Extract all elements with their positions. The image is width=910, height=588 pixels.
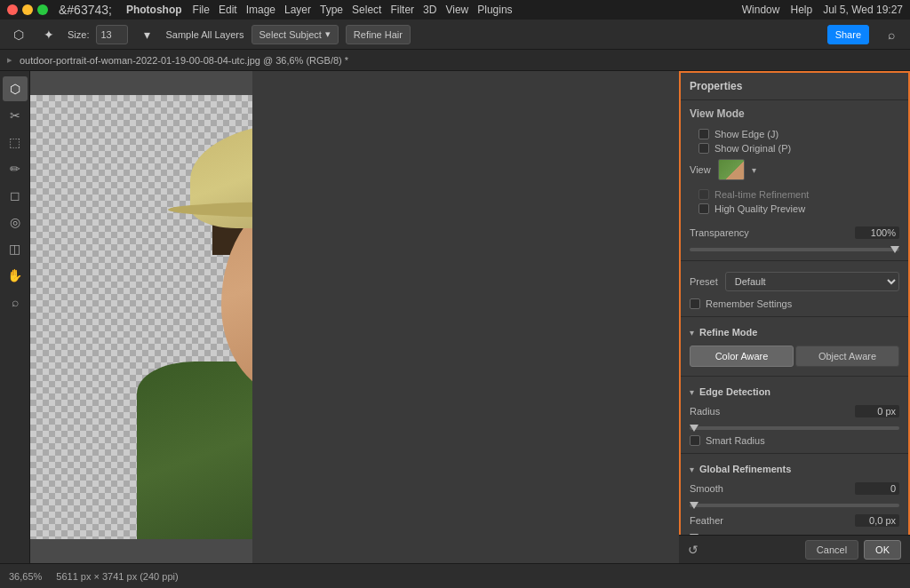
smooth-value: 0 <box>855 482 899 495</box>
refine-hair-button[interactable]: Refine Hair <box>346 25 411 44</box>
status-bar: 36,65% 5611 px × 3741 px (240 ppi) <box>0 563 910 588</box>
menu-right: Window Help Jul 5, Wed 19:27 <box>742 4 903 16</box>
transparency-slider-row <box>681 242 908 255</box>
show-original-checkbox[interactable] <box>698 143 709 154</box>
smooth-label: Smooth <box>690 483 723 494</box>
view-label: View <box>690 164 711 175</box>
menu-layer[interactable]: Layer <box>284 4 311 16</box>
refine-mode-buttons: Color Aware Object Aware <box>681 342 908 370</box>
menu-items: File Edit Image Layer Type Select Filter… <box>193 4 513 16</box>
document-dimensions: 5611 px × 3741 px (240 ppi) <box>56 571 178 582</box>
brush-icon[interactable]: ✦ <box>37 25 60 44</box>
view-mode-section: Show Edge (J) Show Original (P) View ▾ R… <box>681 123 908 223</box>
app-name: Photoshop <box>126 4 182 16</box>
menu-plugins[interactable]: Plugins <box>477 4 512 16</box>
properties-panel: Properties View Mode Show Edge (J) Show … <box>679 71 910 563</box>
ok-button[interactable]: OK <box>864 540 901 560</box>
menu-view[interactable]: View <box>445 4 468 16</box>
transparency-label: Transparency <box>690 227 749 238</box>
real-time-checkbox[interactable] <box>698 189 709 200</box>
transparency-row: Transparency 100% <box>681 223 908 242</box>
size-label: Size: <box>68 29 89 40</box>
tool-zoom[interactable]: ⌕ <box>3 290 28 314</box>
divider-3 <box>681 376 908 377</box>
size-input[interactable] <box>96 25 128 44</box>
menu-window[interactable]: Window <box>742 4 780 16</box>
preset-select[interactable]: Default <box>725 272 899 291</box>
feather-row: Feather 0,0 px <box>681 511 908 530</box>
menu-edit[interactable]: Edit <box>219 4 237 16</box>
panel-title: Properties <box>681 73 908 100</box>
show-edge-label: Show Edge (J) <box>714 129 778 139</box>
panel-footer: ↺ Cancel OK <box>679 535 910 563</box>
radius-label: Radius <box>690 406 720 417</box>
global-refinements-header[interactable]: ▾ Global Refinements <box>681 459 908 479</box>
document-tab[interactable]: outdoor-portrait-of-woman-2022-01-19-00-… <box>12 53 355 68</box>
menu-image[interactable]: Image <box>246 4 275 16</box>
menu-filter[interactable]: Filter <box>390 4 414 16</box>
cancel-button[interactable]: Cancel <box>805 540 858 560</box>
radius-slider[interactable] <box>690 426 899 430</box>
radius-row: Radius 0 px <box>681 401 908 421</box>
reset-button[interactable]: ↺ <box>688 543 698 557</box>
select-subject-button[interactable]: Select Subject ▾ <box>251 25 339 44</box>
refine-mode-header[interactable]: ▾ Refine Mode <box>681 322 908 342</box>
transparency-slider-thumb <box>890 246 899 253</box>
show-edge-row: Show Edge (J) <box>690 127 899 141</box>
refine-mode-title: Refine Mode <box>699 327 757 338</box>
search-icon[interactable]: ⌕ <box>880 25 903 44</box>
tool-crop[interactable]: ⬚ <box>3 130 28 155</box>
smart-radius-checkbox[interactable] <box>690 435 700 446</box>
high-quality-checkbox[interactable] <box>698 203 709 214</box>
edge-detection-header[interactable]: ▾ Edge Detection <box>681 382 908 401</box>
size-dropdown-icon[interactable]: ▾ <box>135 25 158 44</box>
high-quality-label: High Quality Preview <box>714 203 805 214</box>
canvas-content <box>30 95 252 539</box>
object-aware-button[interactable]: Object Aware <box>795 346 899 367</box>
smooth-row: Smooth 0 <box>681 479 908 498</box>
global-refinements-chevron-icon: ▾ <box>690 465 694 474</box>
color-aware-button[interactable]: Color Aware <box>690 346 794 367</box>
show-original-label: Show Original (P) <box>714 143 791 154</box>
smart-radius-label: Smart Radius <box>706 435 765 446</box>
global-refinements-title: Global Refinements <box>699 464 791 474</box>
tool-gradient[interactable]: ◫ <box>3 236 28 261</box>
maximize-button[interactable] <box>37 4 48 15</box>
traffic-lights <box>7 4 48 15</box>
tool-marquee[interactable]: ⬡ <box>3 76 28 101</box>
radius-value: 0 px <box>855 405 899 417</box>
minimize-button[interactable] <box>22 4 33 15</box>
share-button[interactable]: Share <box>827 25 869 44</box>
tool-options-icon[interactable]: ⬡ <box>7 25 30 44</box>
close-button[interactable] <box>7 4 18 15</box>
real-time-row: Real-time Refinement <box>690 187 899 202</box>
tool-eyedropper[interactable]: ◎ <box>3 210 28 234</box>
menu-select[interactable]: Select <box>352 4 381 16</box>
tool-hand[interactable]: ✋ <box>3 263 28 288</box>
smart-radius-row: Smart Radius <box>681 433 908 448</box>
menu-file[interactable]: File <box>193 4 210 16</box>
tool-brush[interactable]: ✏ <box>3 156 28 181</box>
divider-2 <box>681 316 908 317</box>
tool-eraser[interactable]: ◻ <box>3 183 28 208</box>
smooth-slider-row <box>681 498 908 511</box>
left-panel: ⬡ ✂ ⬚ ✏ ◻ ◎ ◫ ✋ ⌕ <box>0 71 30 563</box>
edge-detection-chevron-icon: ▾ <box>690 387 694 397</box>
menu-datetime: Jul 5, Wed 19:27 <box>823 4 903 16</box>
menu-help[interactable]: Help <box>790 4 812 16</box>
menu-type[interactable]: Type <box>320 4 343 16</box>
show-edge-checkbox[interactable] <box>698 129 709 139</box>
view-thumbnail[interactable] <box>718 159 745 180</box>
smooth-slider[interactable] <box>690 504 899 507</box>
radius-slider-thumb <box>690 425 698 432</box>
remember-settings-checkbox[interactable] <box>690 298 700 309</box>
menu-bar: &#63743; Photoshop File Edit Image Layer… <box>0 0 910 20</box>
canvas-area <box>30 71 252 563</box>
show-original-row: Show Original (P) <box>690 141 899 155</box>
transparency-slider[interactable] <box>690 248 899 251</box>
apple-icon[interactable]: &#63743; <box>59 3 112 17</box>
tool-lasso[interactable]: ✂ <box>3 103 28 128</box>
preset-row: Preset Default <box>681 266 908 297</box>
menu-3d[interactable]: 3D <box>423 4 436 16</box>
view-dropdown-icon[interactable]: ▾ <box>752 165 756 175</box>
